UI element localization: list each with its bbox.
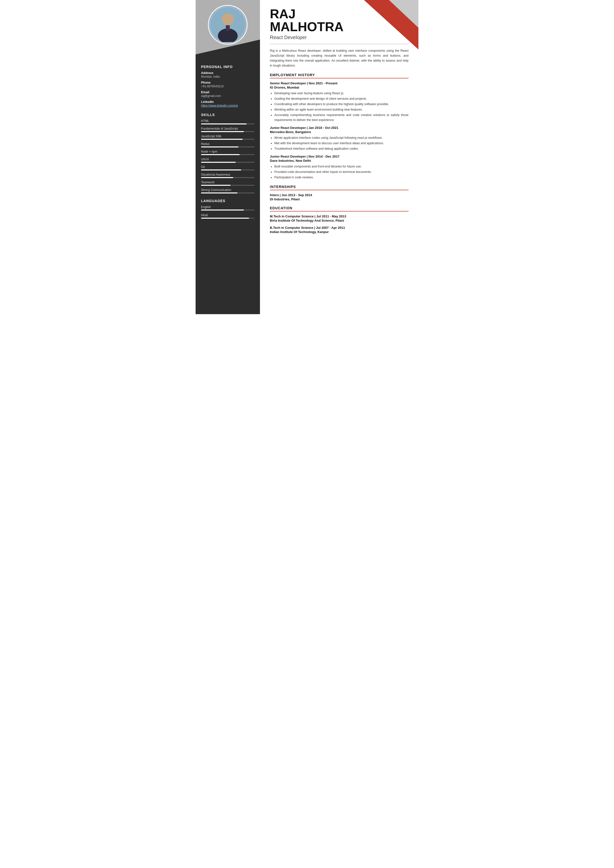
edu-institution: Indian Institute Of Technology, Kanpur [270,230,409,234]
job-bullets: Built reusable components and front-end … [270,164,409,180]
skill-bar-fill [201,146,238,147]
skill-bar-bg [201,192,255,194]
language-item: English [201,205,255,211]
skill-item: Situational Awareness [201,173,255,178]
employment-section-title: EMPLOYMENT HISTORY [270,73,409,78]
address-value: Mumbai, India [201,75,255,78]
skill-bar-bg [201,131,255,132]
job-bullet: Troubleshoot interface software and debu… [274,146,409,151]
skill-name: Teamwork [201,181,255,184]
main-content: RAJ MALHOTRA React Developer Raj is a Me… [260,0,418,314]
email-value: raj@gmail.com [201,94,255,98]
skill-bar-bg [201,146,255,147]
address-label: Address [201,71,255,75]
resume-container: PERSONAL INFO Address Mumbai, India Phon… [196,0,418,314]
job-bullet: Met with the development team to discuss… [274,141,409,146]
job-bullet: Guiding the development and design of cl… [274,96,409,101]
job-bullets: Wrote application interface codes using … [270,135,409,151]
email-block: Email raj@gmail.com [201,90,255,98]
language-name: Hindi [201,214,255,217]
edu-degree: M.Tech in Computer Science | Jul 2011 - … [270,214,409,218]
name-title: RAJ MALHOTRA React Developer [270,8,409,44]
internship-entry: Intern | Jun 2013 - Sep 2014 DI Industri… [270,193,409,201]
job-title-line: Junior React Developer | Nov 2014 - Dec … [270,155,409,158]
skill-item: HTML [201,119,255,124]
language-bar-fill [201,218,249,219]
skill-bar-bg [201,154,255,155]
skills-list: HTML Fundamentals of JavaScript JavaScri… [201,119,255,194]
job-bullet: Developing new user facing-feature using… [274,91,409,96]
language-item: Hindi [201,214,255,219]
address-block: Address Mumbai, India [201,71,255,78]
education-entry: B.Tech in Computer Science | Jul 2007 - … [270,226,409,234]
phone-value: +91-9876543210 [201,85,255,88]
job-bullet: Working within an agile team environment… [274,107,409,112]
skill-item: UI/UX [201,158,255,163]
skill-bar-fill [201,139,242,140]
job-bullet: Built reusable components and front-end … [274,164,409,169]
skill-bar-fill [201,154,239,155]
skill-item: Fundamentals of JavaScript [201,127,255,132]
skill-item: JavaScript XML [201,135,255,140]
internships-list: Intern | Jun 2013 - Sep 2014 DI Industri… [270,193,409,201]
language-name: English [201,205,255,209]
skill-item: Node + npm [201,150,255,155]
skill-name: Redux [201,142,255,146]
linkedin-link[interactable]: https://www.linkedin.com/raj [201,104,238,107]
skill-bar-fill [201,185,230,186]
skill-name: JavaScript XML [201,135,255,138]
skill-bar-bg [201,139,255,140]
skill-bar-bg [201,177,255,178]
skill-bar-fill [201,192,238,194]
last-name: MALHOTRA [270,20,409,33]
job-title: React Developer [270,35,409,44]
skill-bar-fill [201,124,247,124]
job-entry: Senior React Developer | Nov 2021 - Pres… [270,81,409,122]
skill-item: Teamwork [201,181,255,186]
job-company: Mercedes-Benz, Bangalore [270,130,409,134]
skill-bar-fill [201,131,244,132]
job-bullet: Provided code documentation and other in… [274,169,409,174]
job-bullet: Wrote application interface codes using … [274,135,409,140]
skill-bar-bg [201,185,255,186]
job-company: Dave Industries, New Delhi [270,159,409,163]
linkedin-value[interactable]: https://www.linkedin.com/raj [201,104,255,107]
job-bullet: Participated in code reviews. [274,175,409,180]
job-title-line: Junior React Developer | Jan 2018 - Oct … [270,126,409,130]
edu-institution: Birla Institute Of Technology And Scienc… [270,219,409,222]
education-section-title: EDUCATION [270,206,409,211]
language-bar-bg [201,218,255,219]
skill-name: HTML [201,119,255,123]
skill-bar-fill [201,162,236,163]
job-bullets: Developing new user facing-feature using… [270,91,409,122]
linkedin-label: LinkedIn [201,100,255,104]
first-name: RAJ [270,8,409,20]
skill-item: Redux [201,142,255,147]
language-bar-fill [201,209,244,211]
intern-company: DI Industries, Pilani [270,197,409,201]
job-entry: Junior React Developer | Jan 2018 - Oct … [270,126,409,151]
sidebar: PERSONAL INFO Address Mumbai, India Phon… [196,0,260,314]
languages-list: English Hindi [201,205,255,219]
personal-info-title: PERSONAL INFO [201,65,255,69]
skill-name: UI/UX [201,158,255,161]
email-label: Email [201,90,255,94]
sidebar-content: PERSONAL INFO Address Mumbai, India Phon… [196,54,260,219]
job-title-line: Senior React Developer | Nov 2021 - Pres… [270,81,409,85]
internships-section-title: INTERNSHIPS [270,185,409,190]
skills-title: SKILLS [201,113,255,117]
education-list: M.Tech in Computer Science | Jul 2011 - … [270,214,409,234]
languages-title: LANGUAGES [201,199,255,203]
language-bar-bg [201,209,255,211]
linkedin-block: LinkedIn https://www.linkedin.com/raj [201,100,255,107]
main-header: RAJ MALHOTRA React Developer [270,0,409,44]
skill-bar-bg [201,162,255,163]
avatar [208,5,247,45]
intern-title: Intern | Jun 2013 - Sep 2014 [270,193,409,197]
phone-label: Phone [201,81,255,84]
employment-list: Senior React Developer | Nov 2021 - Pres… [270,81,409,180]
phone-block: Phone +91-9876543210 [201,81,255,88]
skill-name: Node + npm [201,150,255,153]
skill-bar-bg [201,124,255,124]
skill-name: Strong Communication [201,188,255,192]
